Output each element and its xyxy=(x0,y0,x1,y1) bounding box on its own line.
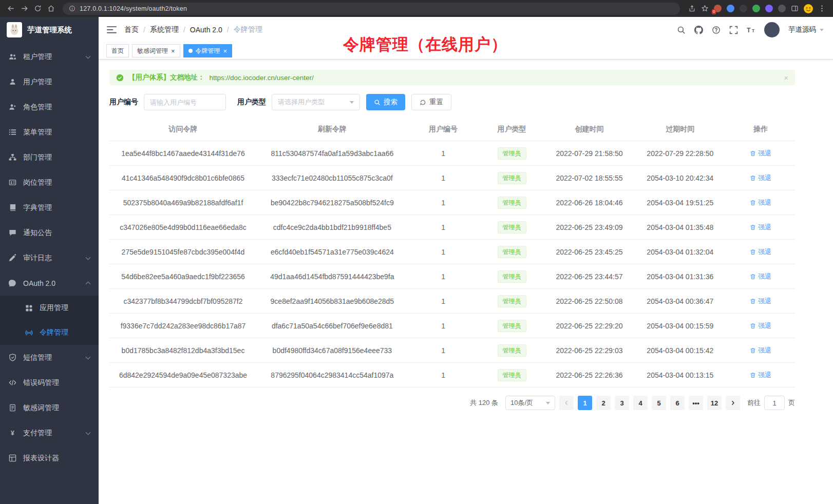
goto-page-input[interactable] xyxy=(764,396,785,410)
sidebar-item[interactable]: ¥支付管理 xyxy=(0,420,99,445)
force-logout-label: 强退 xyxy=(758,297,771,306)
user-id-cell: 1 xyxy=(408,289,479,314)
page-button[interactable]: 2 xyxy=(596,396,611,410)
force-logout-button[interactable]: 强退 xyxy=(750,272,771,281)
font-size-icon[interactable]: TT xyxy=(747,26,755,34)
sidebar-item[interactable]: 租户管理 xyxy=(0,44,99,69)
page-button[interactable]: 1 xyxy=(578,396,592,410)
user-type-cell: 管理员 xyxy=(479,141,545,166)
bookmark-star-icon[interactable] xyxy=(701,5,709,12)
sidebar-item[interactable]: 用户管理 xyxy=(0,69,99,94)
sidebar-item[interactable]: 部门管理 xyxy=(0,145,99,170)
extension-icon[interactable]: 0 xyxy=(714,5,722,12)
sidebar-item[interactable]: 通知公告 xyxy=(0,220,99,245)
force-logout-label: 强退 xyxy=(758,173,771,183)
force-logout-button[interactable]: 强退 xyxy=(750,371,771,380)
browser-chrome: 127.0.0.1:1024/system/oauth2/token 0 xyxy=(0,0,833,17)
reset-button[interactable]: 重置 xyxy=(411,94,451,110)
site-info-icon[interactable] xyxy=(69,5,75,12)
table-row: c342377bf8b344799dcbf7bf095287f29ce8ef2a… xyxy=(109,289,795,314)
help-icon[interactable] xyxy=(712,26,721,34)
extension-icon[interactable] xyxy=(778,5,786,12)
tab-close-icon[interactable]: × xyxy=(223,48,228,54)
sidebar-collapse-icon[interactable] xyxy=(107,26,117,34)
create-time-cell: 2022-06-25 22:26:36 xyxy=(545,363,634,387)
expire-time-cell: 2022-07-29 22:28:50 xyxy=(634,141,726,166)
sidebar-item[interactable]: 岗位管理 xyxy=(0,170,99,195)
extension-icon[interactable] xyxy=(752,5,760,12)
sidebar-item[interactable]: 令牌管理 xyxy=(0,320,99,345)
page-button[interactable]: 4 xyxy=(633,396,648,410)
breadcrumb-item[interactable]: OAuth 2.0 xyxy=(190,26,222,34)
doc-link[interactable]: https://doc.iocoder.cn/user-center/ xyxy=(210,74,314,82)
browser-home-icon[interactable] xyxy=(44,2,58,15)
tab-close-icon[interactable]: × xyxy=(171,48,175,54)
user-type-badge: 管理员 xyxy=(498,172,526,184)
breadcrumb-item[interactable]: 首页 xyxy=(124,25,139,34)
pagination-ellipsis[interactable]: ••• xyxy=(689,396,703,410)
chevron-down-icon xyxy=(546,402,550,404)
share-icon[interactable] xyxy=(688,5,696,12)
force-logout-button[interactable]: 强退 xyxy=(750,198,771,207)
extension-icon[interactable] xyxy=(765,5,773,12)
action-cell: 强退 xyxy=(726,314,795,338)
sidebar-item[interactable]: 字典管理 xyxy=(0,195,99,220)
force-logout-button[interactable]: 强退 xyxy=(750,297,771,306)
sidebar-item[interactable]: 报表设计器 xyxy=(0,445,99,471)
extension-icon[interactable] xyxy=(727,5,734,12)
goto-page: 前往 页 xyxy=(747,396,795,410)
prev-page-button[interactable] xyxy=(559,396,574,410)
token-table: 访问令牌刷新令牌用户编号用户类型创建时间过期时间操作 1ea5e44f8bc14… xyxy=(109,118,795,387)
tab[interactable]: 敏感词管理× xyxy=(132,44,180,57)
sidebar-item[interactable]: 审计日志 xyxy=(0,245,99,270)
search-button[interactable]: 搜索 xyxy=(366,94,405,110)
expire-time-cell: 2054-03-10 20:42:34 xyxy=(634,166,726,190)
tab[interactable]: 首页 xyxy=(106,44,129,57)
force-logout-button[interactable]: 强退 xyxy=(750,321,771,331)
alert-close-icon[interactable]: × xyxy=(784,73,788,82)
sidebar-item[interactable]: OAuth 2.0 xyxy=(0,270,99,296)
sidebar-item-label: 支付管理 xyxy=(23,429,80,438)
user-menu[interactable]: 芋道源码 xyxy=(788,25,824,34)
sidebar-item[interactable]: 菜单管理 xyxy=(0,120,99,145)
browser-refresh-icon[interactable] xyxy=(31,2,44,15)
tab[interactable]: 令牌管理× xyxy=(183,44,233,57)
sidebar-item[interactable]: 错误码管理 xyxy=(0,370,99,395)
force-logout-button[interactable]: 强退 xyxy=(750,247,771,257)
page-button[interactable]: 3 xyxy=(615,396,629,410)
sidebar-item[interactable]: 角色管理 xyxy=(0,94,99,120)
user-id-input[interactable] xyxy=(150,99,220,106)
page-button[interactable]: 6 xyxy=(670,396,685,410)
user-type-cell: 管理员 xyxy=(479,190,545,215)
force-logout-button[interactable]: 强退 xyxy=(750,223,771,232)
browser-menu-icon[interactable] xyxy=(818,5,826,12)
sidebar: 芋道管理系统 租户管理用户管理角色管理菜单管理部门管理岗位管理字典管理通知公告审… xyxy=(0,17,99,504)
sidebar-item[interactable]: 敏感词管理 xyxy=(0,395,99,420)
user-avatar[interactable] xyxy=(764,22,780,37)
github-icon[interactable] xyxy=(694,26,703,34)
sidebar-item[interactable]: 短信管理 xyxy=(0,345,99,370)
browser-forward-icon[interactable] xyxy=(17,2,31,15)
force-logout-button[interactable]: 强退 xyxy=(750,173,771,183)
user-type-select[interactable]: 请选择用户类型 xyxy=(272,94,360,110)
page-button[interactable]: 12 xyxy=(707,396,722,410)
force-logout-button[interactable]: 强退 xyxy=(750,149,771,158)
success-check-icon xyxy=(116,74,124,82)
page-button[interactable]: 5 xyxy=(652,396,666,410)
search-icon[interactable] xyxy=(677,26,686,34)
browser-profile-avatar[interactable] xyxy=(804,4,813,13)
fullscreen-icon[interactable] xyxy=(729,26,738,34)
app-logo-area[interactable]: 芋道管理系统 xyxy=(0,17,99,43)
extension-icon[interactable] xyxy=(740,5,747,12)
next-page-button[interactable] xyxy=(726,396,740,410)
breadcrumb-item[interactable]: 系统管理 xyxy=(150,25,179,34)
browser-address-bar[interactable]: 127.0.0.1:1024/system/oauth2/token xyxy=(63,3,680,15)
sidebar-item[interactable]: 应用管理 xyxy=(0,296,99,320)
sidebar-item-label: 报表设计器 xyxy=(23,454,90,463)
sidebar-item-label: 短信管理 xyxy=(23,353,80,362)
side-panel-icon[interactable] xyxy=(791,5,799,12)
errcode-icon xyxy=(9,379,16,386)
page-size-select[interactable]: 10条/页 xyxy=(505,396,555,410)
force-logout-button[interactable]: 强退 xyxy=(750,346,771,355)
browser-back-icon[interactable] xyxy=(4,2,17,15)
